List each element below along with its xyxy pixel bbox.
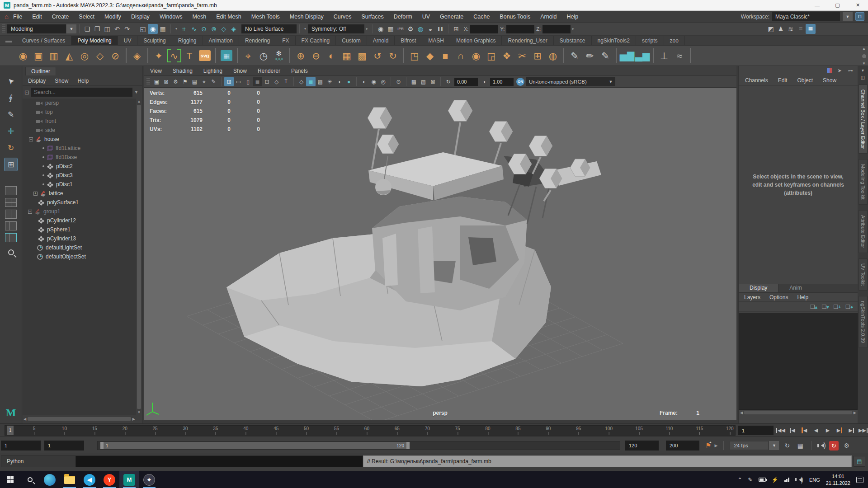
safe-title-icon[interactable]: T [281,77,291,86]
bevel-icon[interactable]: ◆ [422,47,438,64]
combine-icon[interactable]: ⊕ [293,47,308,64]
snap-grid-icon[interactable]: ⌗ [179,24,189,34]
time-editor-icon[interactable]: ◷ [256,47,271,64]
sidebar-tab-ngskintools-2-0-39[interactable]: ngSkinTools 2.0.39 [859,296,868,348]
render-view-icon[interactable]: ◉ [376,24,386,34]
play-backwards-button[interactable]: ◀ [811,425,821,436]
two-pane-layout-button[interactable] [5,210,17,219]
viewport-menu-lighting[interactable]: Lighting [203,68,222,74]
reduce-icon[interactable]: ▩ [354,47,370,64]
snap-expand-arrow[interactable]: ▾ [174,24,179,34]
timeline-tick[interactable]: 70 [425,426,430,431]
scroll-down-icon[interactable]: ▼ [137,410,141,414]
go-to-end-button[interactable]: ▶▶ [858,425,868,436]
scroll-left-icon[interactable]: ◀ [24,417,26,421]
ipr-render-icon[interactable]: IPR [396,24,406,34]
dof-icon[interactable]: ◎ [378,77,388,86]
move-layer-up-icon[interactable]: ❏▴ [810,304,817,310]
maximize-button[interactable]: ▢ [827,0,848,10]
notification-center-icon[interactable] [856,477,863,483]
field-chart-icon[interactable]: ⊡ [262,77,272,86]
render-region-icon[interactable]: ▦ [386,24,396,34]
poly-helix-icon[interactable]: ∿ [166,47,182,64]
menu-modify[interactable]: Modify [104,14,121,20]
lasso-tool[interactable]: ∮ [4,91,18,104]
manipulator-icon[interactable]: ⊶ [847,67,854,74]
filter-icon[interactable]: ⊡ [24,89,29,96]
isolate-select-icon[interactable]: ⊙ [394,77,403,86]
edit-edge-flow-icon[interactable]: ✏ [582,47,598,64]
menu-cache[interactable]: Cache [473,14,490,20]
menu-edit[interactable]: Edit [32,14,42,20]
outliner-search-input[interactable] [31,88,132,97]
scroll-left-icon[interactable]: ◀ [740,411,743,415]
wireframe-icon[interactable]: ◇ [297,77,306,86]
color-management-toggle[interactable]: ON [516,78,524,86]
pin-panel-icon[interactable]: ◫ [861,75,865,80]
layer-tab-display[interactable]: Display [739,284,778,292]
select-object-icon[interactable]: ◉ [148,24,158,34]
menu-help[interactable]: Help [566,14,578,20]
shelf-scroll-knob[interactable] [862,54,866,58]
outliner-item-pcylinder13[interactable]: pCylinder13 [23,234,136,243]
timeline-tick[interactable]: 85 [515,426,520,431]
timeline-tick[interactable]: 25 [153,426,158,431]
minimize-button[interactable]: — [807,0,827,10]
command-language-label[interactable]: Python [1,455,75,467]
expander-icon[interactable]: + [28,210,32,214]
spin-edge-backward-icon[interactable]: ↺ [370,47,385,64]
exposure-icon[interactable]: ↻ [443,77,453,86]
move-tool[interactable]: ✛ [4,124,18,138]
timeline-tick[interactable]: 15 [92,426,97,431]
select-camera-icon[interactable]: ▣ [152,77,161,86]
workspace-dropdown-arrow[interactable]: ▼ [843,12,853,21]
field-expand-arrow[interactable]: ▸ [571,24,576,34]
menu-mesh[interactable]: Mesh [193,14,207,20]
outliner-item-group1[interactable]: +group1 [23,207,136,216]
timeline-tick[interactable]: 40 [243,426,248,431]
pan-zoom-icon[interactable]: ⌖ [199,77,209,86]
taskbar-search-icon[interactable] [20,471,40,488]
timeline-tick[interactable]: 115 [696,426,703,431]
xray-active-icon[interactable]: ⊠ [428,77,438,86]
menu-curves[interactable]: Curves [334,14,352,20]
menu-arnold[interactable]: Arnold [540,14,557,20]
bookmark-icon[interactable]: ⚑+ [705,441,711,450]
snap-projected-center-icon[interactable]: ⊚ [209,24,219,34]
snap-view-plane-icon[interactable]: ◇ [219,24,229,34]
timeline-tick[interactable]: 80 [485,426,490,431]
create-empty-layer-icon[interactable]: ❏+ [834,304,841,310]
symmetry-field[interactable]: Symmetry: Off [308,24,364,33]
outliner-item-persp[interactable]: persp [23,99,136,108]
menu-uv[interactable]: UV [422,14,430,20]
animation-start-field[interactable] [1,441,41,450]
outliner-tab[interactable]: Outliner [25,67,56,75]
ao-icon[interactable]: ● [344,77,354,86]
sidebar-tab-uv-toolkit[interactable]: UV Toolkit [859,258,868,291]
modeling-toolkit-icon[interactable]: ▦ [219,47,234,64]
poly-cone-icon[interactable]: ◭ [61,47,77,64]
absolute-position-icon[interactable]: ⊞ [451,24,461,34]
shelf-tab-mash[interactable]: MASH [422,36,450,45]
outliner-item-pdisc2[interactable]: pDisc2 [23,162,136,171]
outliner-persp-layout-button[interactable] [5,221,17,230]
open-scene-icon[interactable]: ❐ [92,24,102,34]
menu-windows[interactable]: Windows [160,14,183,20]
timeline-tick[interactable]: 20 [123,426,127,431]
tray-chevron-icon[interactable]: ⌃ [737,477,742,483]
merge-vertices-icon[interactable]: ❖ [499,47,514,64]
sidebar-tab-attribute-editor[interactable]: Attribute Editor [859,210,868,253]
multi-cut-icon[interactable]: ✂ [514,47,530,64]
viewport-menu-view[interactable]: View [150,68,162,74]
camera-attributes-icon[interactable]: ⚙ [171,77,180,86]
outliner-vertical-scrollbar[interactable]: ▲ ▼ [136,99,142,415]
mirror-icon[interactable]: ◐ [324,47,339,64]
workspace-value[interactable]: Maya Classic* [772,12,840,21]
quad-draw-icon[interactable]: ◲ [484,47,499,64]
z-input[interactable] [542,25,571,33]
yandex-browser-icon[interactable]: Y [99,471,119,488]
heatmap-chart-icon[interactable]: ▃▆ [635,47,650,64]
range-right-handle[interactable] [406,442,410,449]
tone-mapping-dropdown[interactable]: Un-tone-mapped (sRGB) [526,77,606,86]
timeline-tick[interactable]: 55 [334,426,339,431]
